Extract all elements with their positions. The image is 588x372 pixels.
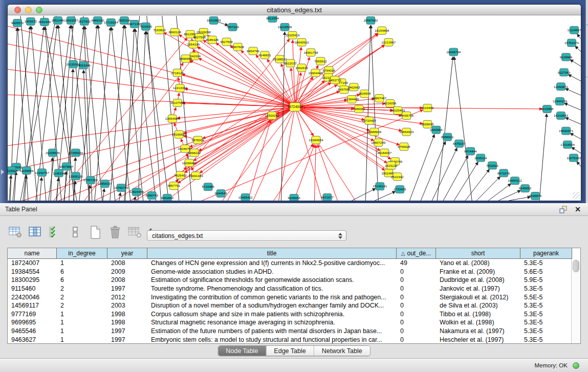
graph-node[interactable]: 5716485 bbox=[202, 183, 214, 191]
table-cell[interactable]: Estimation of the future numbers of pati… bbox=[147, 327, 397, 335]
graph-node[interactable]: 2718126 bbox=[171, 69, 184, 77]
graph-node[interactable]: 7462663 bbox=[347, 83, 360, 91]
graph-node[interactable]: 2522342 bbox=[391, 173, 404, 181]
table-cell[interactable]: 0 bbox=[397, 268, 436, 275]
graph-node[interactable]: 1562615 bbox=[295, 64, 308, 72]
table-cell[interactable]: 5.5E-5 bbox=[520, 294, 571, 301]
column-header-pagerank[interactable]: pagerank bbox=[520, 248, 572, 259]
table-cell[interactable]: 19384554 bbox=[8, 268, 57, 275]
table-cell[interactable]: Yano et al. (2008) bbox=[436, 259, 520, 267]
table-cell[interactable]: 9777169 bbox=[8, 311, 57, 318]
close-window-button[interactable] bbox=[14, 7, 21, 13]
table-cell[interactable]: 0 bbox=[397, 336, 436, 343]
table-row[interactable]: 946362711997Embryonic stem cells: a mode… bbox=[8, 335, 571, 344]
table-cell[interactable]: Corpus callosum shape and size in male p… bbox=[147, 311, 397, 318]
tab-node-table[interactable]: Node Table bbox=[218, 346, 266, 356]
table-cell[interactable]: 2012 bbox=[107, 294, 147, 301]
table-cell[interactable]: 1997 bbox=[107, 336, 147, 343]
table-cell[interactable]: 5.3E-5 bbox=[520, 259, 571, 267]
graph-node[interactable]: 9146821 bbox=[258, 51, 271, 59]
graph-node[interactable]: 8958921 bbox=[441, 133, 454, 141]
rows-button[interactable] bbox=[68, 226, 82, 239]
graph-node[interactable]: 5498222 bbox=[188, 149, 201, 157]
table-cell[interactable]: 9699695 bbox=[8, 319, 57, 326]
graph-node[interactable]: 6479197 bbox=[453, 140, 466, 147]
network-canvas[interactable]: 1872400771638228660128891295416543392342… bbox=[8, 16, 581, 201]
graph-node[interactable]: 13654984 bbox=[165, 115, 180, 122]
column-header-name[interactable]: name bbox=[8, 248, 57, 259]
table-cell[interactable]: 49 bbox=[397, 259, 436, 267]
network-graph[interactable]: 1872400771638228660128891295416543392342… bbox=[8, 16, 581, 201]
table-cell[interactable]: 9463627 bbox=[8, 336, 57, 343]
graph-node[interactable]: 20206536 bbox=[46, 149, 60, 157]
window-resize-grip[interactable] bbox=[573, 192, 580, 199]
table-cell[interactable]: Embryonic stem cells: a model to study s… bbox=[147, 336, 397, 343]
table-cell[interactable]: 2008 bbox=[107, 276, 147, 283]
table-cell[interactable]: 1 bbox=[57, 259, 107, 267]
graph-node[interactable]: 9857791 bbox=[167, 182, 180, 190]
graph-node[interactable]: 16033809 bbox=[207, 16, 221, 24]
table-row[interactable]: 1872400712008Changes of HCN gene express… bbox=[8, 259, 571, 268]
table-cell[interactable]: 0 bbox=[397, 276, 436, 283]
graph-node[interactable]: 10465412 bbox=[238, 194, 253, 201]
table-scrollbar-thumb[interactable] bbox=[573, 260, 579, 272]
graph-node[interactable]: 2851446 bbox=[52, 16, 64, 24]
graph-node[interactable]: 9245653 bbox=[288, 194, 300, 201]
graph-node[interactable]: 19654923 bbox=[399, 128, 413, 136]
column-header-in-degree[interactable]: in_degree bbox=[57, 248, 107, 259]
graph-node[interactable]: 15720407 bbox=[362, 117, 376, 124]
table-cell[interactable]: 2003 bbox=[107, 302, 147, 309]
table-cell[interactable]: 5.3E-5 bbox=[520, 336, 571, 343]
table-cell[interactable]: 5.3E-5 bbox=[520, 311, 571, 318]
table-cell[interactable]: Tourette syndrome. Phenomenology and cla… bbox=[147, 285, 397, 292]
graph-node[interactable]: 16648794 bbox=[446, 48, 461, 56]
graph-node[interactable]: 10958107 bbox=[98, 180, 112, 188]
graph-node[interactable]: 12444159 bbox=[553, 98, 567, 105]
table-row[interactable]: 1830029562008Estimation of significance … bbox=[8, 276, 571, 285]
graph-node[interactable]: 9115460 bbox=[421, 104, 433, 112]
graph-node[interactable]: 9245652 bbox=[519, 185, 532, 192]
graph-node[interactable]: 2935114 bbox=[474, 154, 487, 162]
graph-node[interactable]: 1733426 bbox=[394, 186, 406, 193]
table-cell[interactable]: de Silva et al. (2003) bbox=[436, 302, 520, 309]
graph-node[interactable]: 11124567 bbox=[568, 26, 581, 34]
network-window-titlebar[interactable]: citations_edges.txt bbox=[8, 5, 581, 15]
graph-node[interactable]: 11675333 bbox=[567, 154, 581, 162]
graph-node[interactable]: 1405572 bbox=[25, 17, 37, 25]
graph-node[interactable]: 18807249 bbox=[371, 139, 385, 146]
table-row[interactable]: 977716911998Corpus callosum shape and si… bbox=[8, 310, 571, 319]
panel-grip-icon[interactable] bbox=[1, 169, 4, 174]
graph-node[interactable]: 6216056 bbox=[384, 100, 397, 107]
table-cell[interactable]: 0 bbox=[397, 327, 436, 335]
tab-network-table[interactable]: Network Table bbox=[314, 346, 370, 356]
graph-node[interactable]: 8990743 bbox=[146, 192, 159, 200]
table-cell[interactable]: 1 bbox=[57, 327, 107, 335]
graph-node[interactable]: 16154808 bbox=[375, 27, 389, 34]
table-cell[interactable]: 1 bbox=[57, 311, 107, 318]
table-cell[interactable]: 6 bbox=[57, 276, 107, 283]
graph-node[interactable]: 9462844 bbox=[161, 194, 173, 201]
graph-node[interactable]: 15325419 bbox=[286, 31, 300, 39]
table-row[interactable]: 946554611997Estimation of the future num… bbox=[8, 327, 571, 336]
table-cell[interactable]: Changes of HCN gene expression and I(f) … bbox=[147, 259, 397, 267]
table-cell[interactable]: 2 bbox=[57, 294, 107, 301]
table-cell[interactable]: 2008 bbox=[107, 259, 147, 267]
column-header-title[interactable]: title bbox=[147, 248, 397, 259]
table-cell[interactable]: 2 bbox=[57, 285, 107, 292]
table-cell[interactable]: 1998 bbox=[107, 311, 147, 318]
graph-node[interactable]: 8813054 bbox=[266, 16, 279, 22]
graph-node[interactable]: 19904448 bbox=[308, 69, 322, 77]
table-cell[interactable]: 0 bbox=[397, 311, 436, 318]
table-row[interactable]: 2242004622012Investigating the contribut… bbox=[8, 293, 571, 301]
table-cell[interactable]: 5.3E-5 bbox=[520, 319, 571, 326]
graph-node[interactable]: 7515526 bbox=[140, 23, 153, 30]
table-cell[interactable]: 1998 bbox=[107, 319, 147, 326]
table-cell[interactable]: 0 bbox=[397, 319, 436, 326]
table-cell[interactable]: Jankovic et al. (1997) bbox=[436, 285, 520, 292]
graph-node[interactable]: 16107553 bbox=[170, 99, 185, 107]
graph-node[interactable]: 8471677 bbox=[321, 194, 334, 201]
graph-node[interactable]: 16961758 bbox=[303, 49, 318, 56]
table-cell[interactable]: Structural magnetic resonance image aver… bbox=[147, 319, 397, 326]
graph-node[interactable]: 13505135 bbox=[69, 172, 83, 180]
tab-edge-table[interactable]: Edge Table bbox=[266, 346, 314, 356]
